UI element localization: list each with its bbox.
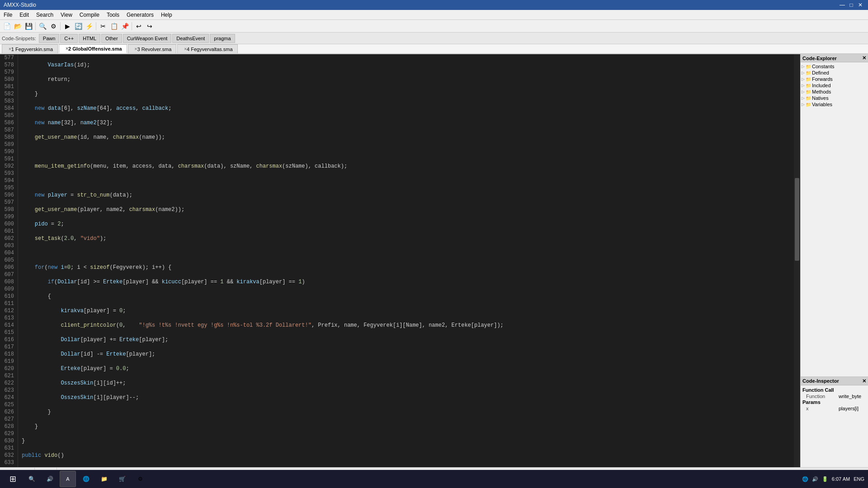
tab-4[interactable]: × 4 Fegyvervaltas.sma [177,44,237,53]
code-lines[interactable]: VasarIas(id); return; } new data[6], szN… [18,54,794,467]
tree-item-included[interactable]: ▷ 📁 Included [802,82,867,89]
expand-natives-icon[interactable]: ▷ [802,96,805,100]
taskbar-time: 6:07 AM [832,476,850,482]
code-line-597: Dollar[id] -= Erteke[player]; [22,351,794,358]
copy-button[interactable]: 📋 [109,21,119,31]
minimize-button[interactable]: — [838,1,846,9]
expand-constants-icon[interactable]: ▷ [802,64,805,69]
snippet-curweapon[interactable]: CurWeapon Event [123,34,172,43]
menu-file[interactable]: File [0,10,16,19]
maximize-button[interactable]: □ [847,1,855,9]
taskbar-ie-icon[interactable]: 🌐 [78,471,94,487]
scroll-thumb[interactable] [795,178,799,261]
inspector-close[interactable]: ✕ [862,378,866,384]
menu-search[interactable]: Search [33,10,57,19]
snippet-deaths[interactable]: DeathsEvent [172,34,209,43]
menu-edit[interactable]: Edit [16,10,33,19]
code-line-587: get_user_name(player, name2, charsmax(na… [22,206,794,213]
tab-2-label: 2 GlobalOffensive.sma [68,46,122,52]
tab-1-label: 1 Fegyverskin.sma [11,47,53,52]
code-line-596: Dollar[player] += Erteke[player]; [22,336,794,343]
search-button[interactable]: 🔍 [38,21,47,31]
snippet-other[interactable]: Other [101,34,122,43]
tab-3[interactable]: × 3 Revolver.sma [128,44,177,53]
tree-item-variables[interactable]: ▷ 📁 Variables [802,101,867,108]
code-line-602: } [22,423,794,430]
code-explorer: Code-Explorer ✕ ▷ 📁 Constants ▷ 📁 Define… [801,54,868,377]
explorer-close[interactable]: ✕ [862,55,866,61]
code-container[interactable]: 577 578 579 580 581 582 583 584 585 586 … [0,54,800,467]
code-line-585 [22,177,794,184]
tree-item-natives[interactable]: ▷ 📁 Natives [802,95,867,101]
vertical-scrollbar[interactable] [794,54,800,467]
code-line-586: new player = str_to_num(data); [22,192,794,199]
inspector-param-x-label: x [806,406,838,411]
taskbar-cortana-icon[interactable]: 🔊 [42,471,58,487]
code-line-598: Erteke[player] = 0.0; [22,365,794,372]
taskbar-search-icon[interactable]: 🔍 [24,471,40,487]
tree-item-defined-label: Defined [812,70,829,75]
tab-2[interactable]: × 2 GlobalOffensive.sma [59,44,127,53]
line-numbers: 577 578 579 580 581 582 583 584 585 586 … [0,54,18,467]
menu-compile[interactable]: Compile [76,10,103,19]
snippet-cpp[interactable]: C++ [60,34,78,43]
taskbar-store-icon[interactable]: 🛒 [114,471,130,487]
start-button[interactable]: ⊞ [4,470,22,488]
tree-item-forwards-label: Forwards [812,76,833,82]
tree-item-constants[interactable]: ▷ 📁 Constants [802,63,867,70]
compile-button[interactable]: ⚡ [84,21,94,31]
tree-item-forwards[interactable]: ▷ 📁 Forwards [802,76,867,82]
tree-item-defined[interactable]: ▷ 📁 Defined [802,70,867,76]
explorer-content: ▷ 📁 Constants ▷ 📁 Defined ▷ 📁 Forwards ▷… [801,62,868,108]
expand-defined-icon[interactable]: ▷ [802,70,805,75]
code-line-590 [22,249,794,257]
refresh-button[interactable]: 🔄 [73,21,83,31]
snippet-html[interactable]: HTML [79,34,100,43]
snippets-label: Code-Snippets: [2,36,36,41]
menu-help[interactable]: Help [157,10,176,19]
taskbar-extra-icon[interactable]: ⚙ [132,471,148,487]
expand-variables-icon[interactable]: ▷ [802,102,805,107]
menu-generators[interactable]: Generators [123,10,157,19]
taskbar-encoding: ENG [854,476,864,482]
code-line-588: pido = 2; [22,221,794,228]
open-button[interactable]: 📂 [13,21,23,31]
inspector-function-label: Function [806,394,838,399]
title-bar-controls: — □ ✕ [838,1,864,9]
new-button[interactable]: 📄 [2,21,12,31]
title-bar-title: AMXX-Studio [4,2,36,8]
taskbar-volume-icon: 🔊 [812,476,818,482]
menu-tools[interactable]: Tools [103,10,123,19]
code-line-580: new data[6], szName[64], access, callbac… [22,105,794,112]
code-line-601: } [22,408,794,416]
snippets-bar: Code-Snippets: Pawn C++ HTML Other CurWe… [0,33,868,44]
expand-forwards-icon[interactable]: ▷ [802,77,805,81]
tabs-bar: × 1 Fegyverskin.sma × 2 GlobalOffensive.… [0,44,868,54]
tree-item-included-label: Included [812,83,831,88]
expand-methods-icon[interactable]: ▷ [802,89,805,94]
expand-included-icon[interactable]: ▷ [802,83,805,88]
code-line-600: OsszesSkin[i][player]--; [22,394,794,401]
folder-natives-icon: 📁 [806,96,811,101]
run-button[interactable]: ▶ [62,21,72,31]
menu-view[interactable]: View [57,10,76,19]
paste-button[interactable]: 📌 [120,21,130,31]
folder-methods-icon: 📁 [806,89,811,94]
code-line-593: { [22,293,794,300]
save-button[interactable]: 💾 [24,21,33,31]
undo-button[interactable]: ↩ [134,21,144,31]
code-line-578: return; [22,76,794,83]
inspector-title: Code-Inspector [802,378,839,384]
code-line-577: VasarIas(id); [22,61,794,69]
taskbar-amxx-icon[interactable]: A [60,471,76,487]
tree-item-methods[interactable]: ▷ 📁 Methods [802,89,867,95]
tab-1[interactable]: × 1 Fegyverskin.sma [2,44,58,53]
snippet-pawn[interactable]: Pawn [39,34,60,43]
snippet-pragma[interactable]: pragma [210,34,235,43]
replace-button[interactable]: ⚙ [48,21,58,31]
redo-button[interactable]: ↪ [145,21,155,31]
close-button[interactable]: ✕ [856,1,864,9]
taskbar-folder-icon[interactable]: 📁 [96,471,112,487]
cut-button[interactable]: ✂ [98,21,108,31]
code-line-582: get_user_name(id, name, charsmax(name)); [22,134,794,141]
